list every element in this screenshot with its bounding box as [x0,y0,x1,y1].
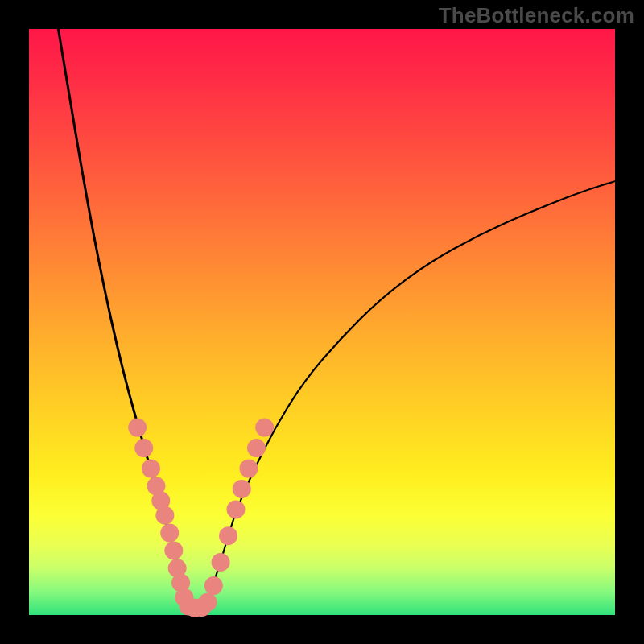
data-point [212,553,230,572]
chart-frame: TheBottleneck.com [0,0,644,644]
data-point [128,419,147,437]
data-point [142,460,160,478]
chart-overlay [0,0,644,644]
watermark-text: TheBottleneck.com [439,3,634,28]
data-point [240,460,258,478]
data-point [160,524,179,543]
scatter-dots [128,419,274,617]
data-point [204,576,223,595]
data-point [219,526,237,545]
data-point [134,439,153,457]
data-point [199,592,217,611]
data-point [255,419,274,437]
data-point [233,480,251,498]
data-point [247,439,266,457]
curve-group [58,29,615,606]
data-point [226,500,245,518]
right-curve [204,181,615,606]
data-point [155,506,174,525]
data-point [164,541,183,559]
